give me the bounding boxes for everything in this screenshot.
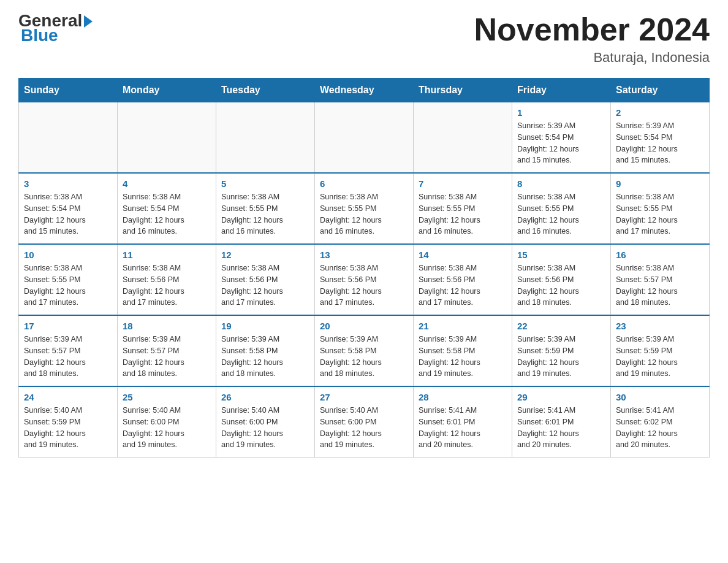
day-info: Sunrise: 5:38 AMSunset: 5:55 PMDaylight:… [24, 262, 112, 308]
day-info: Sunrise: 5:41 AMSunset: 6:02 PMDaylight:… [616, 405, 704, 451]
calendar-cell [216, 102, 315, 174]
calendar-cell: 25Sunrise: 5:40 AMSunset: 6:00 PMDayligh… [118, 386, 216, 458]
calendar-cell: 24Sunrise: 5:40 AMSunset: 5:59 PMDayligh… [19, 386, 118, 458]
day-number: 25 [123, 392, 211, 402]
calendar-cell: 26Sunrise: 5:40 AMSunset: 6:00 PMDayligh… [216, 386, 315, 458]
calendar-cell: 30Sunrise: 5:41 AMSunset: 6:02 PMDayligh… [611, 386, 710, 458]
day-info: Sunrise: 5:39 AMSunset: 5:57 PMDaylight:… [24, 334, 112, 380]
month-title: November 2024 [474, 12, 710, 47]
day-number: 20 [320, 321, 408, 331]
day-info: Sunrise: 5:41 AMSunset: 6:01 PMDaylight:… [419, 405, 507, 451]
calendar-cell [414, 102, 512, 174]
day-number: 10 [24, 250, 112, 260]
day-number: 7 [419, 178, 507, 189]
day-number: 1 [517, 107, 605, 118]
calendar-cell: 16Sunrise: 5:38 AMSunset: 5:57 PMDayligh… [611, 244, 710, 315]
calendar-week-row: 24Sunrise: 5:40 AMSunset: 5:59 PMDayligh… [19, 386, 710, 458]
day-number: 26 [221, 392, 309, 402]
day-number: 21 [419, 321, 507, 331]
day-info: Sunrise: 5:39 AMSunset: 5:59 PMDaylight:… [616, 334, 704, 380]
day-number: 19 [221, 321, 309, 331]
day-number: 3 [24, 178, 112, 189]
calendar-cell: 28Sunrise: 5:41 AMSunset: 6:01 PMDayligh… [414, 386, 512, 458]
day-info: Sunrise: 5:39 AMSunset: 5:59 PMDaylight:… [517, 334, 605, 380]
day-number: 13 [320, 250, 408, 260]
day-number: 4 [123, 178, 211, 189]
location-text: Baturaja, Indonesia [474, 50, 710, 66]
day-info: Sunrise: 5:39 AMSunset: 5:58 PMDaylight:… [320, 334, 408, 380]
day-number: 6 [320, 178, 408, 189]
calendar-cell: 8Sunrise: 5:38 AMSunset: 5:55 PMDaylight… [512, 173, 611, 244]
logo-blue-part [82, 14, 93, 28]
day-info: Sunrise: 5:40 AMSunset: 6:00 PMDaylight:… [221, 405, 309, 451]
day-number: 27 [320, 392, 408, 402]
day-number: 30 [616, 392, 704, 402]
calendar-cell: 29Sunrise: 5:41 AMSunset: 6:01 PMDayligh… [512, 386, 611, 458]
day-number: 28 [419, 392, 507, 402]
day-number: 11 [123, 250, 211, 260]
calendar-cell: 2Sunrise: 5:39 AMSunset: 5:54 PMDaylight… [611, 102, 710, 174]
day-info: Sunrise: 5:38 AMSunset: 5:55 PMDaylight:… [517, 191, 605, 237]
calendar-day-header: Thursday [414, 79, 512, 102]
day-number: 16 [616, 250, 704, 260]
calendar-cell: 10Sunrise: 5:38 AMSunset: 5:55 PMDayligh… [19, 244, 118, 315]
calendar-cell: 12Sunrise: 5:38 AMSunset: 5:56 PMDayligh… [216, 244, 315, 315]
calendar-cell: 6Sunrise: 5:38 AMSunset: 5:55 PMDaylight… [315, 173, 414, 244]
calendar-week-row: 10Sunrise: 5:38 AMSunset: 5:55 PMDayligh… [19, 244, 710, 315]
calendar-day-header: Tuesday [216, 79, 315, 102]
day-info: Sunrise: 5:38 AMSunset: 5:55 PMDaylight:… [616, 191, 704, 237]
calendar-week-row: 17Sunrise: 5:39 AMSunset: 5:57 PMDayligh… [19, 315, 710, 386]
day-info: Sunrise: 5:38 AMSunset: 5:54 PMDaylight:… [24, 191, 112, 237]
day-info: Sunrise: 5:39 AMSunset: 5:58 PMDaylight:… [419, 334, 507, 380]
page-header: General Blue November 2024 Baturaja, Ind… [18, 12, 710, 66]
day-info: Sunrise: 5:38 AMSunset: 5:55 PMDaylight:… [419, 191, 507, 237]
day-info: Sunrise: 5:38 AMSunset: 5:54 PMDaylight:… [123, 191, 211, 237]
day-info: Sunrise: 5:38 AMSunset: 5:56 PMDaylight:… [320, 262, 408, 308]
logo: General Blue [18, 12, 93, 44]
day-info: Sunrise: 5:38 AMSunset: 5:55 PMDaylight:… [221, 191, 309, 237]
logo-blue-text: Blue [21, 27, 58, 44]
calendar-cell [315, 102, 414, 174]
calendar-day-header: Monday [118, 79, 216, 102]
calendar-cell: 7Sunrise: 5:38 AMSunset: 5:55 PMDaylight… [414, 173, 512, 244]
calendar-cell [19, 102, 118, 174]
day-number: 14 [419, 250, 507, 260]
calendar-week-row: 1Sunrise: 5:39 AMSunset: 5:54 PMDaylight… [19, 102, 710, 174]
calendar-cell: 5Sunrise: 5:38 AMSunset: 5:55 PMDaylight… [216, 173, 315, 244]
day-info: Sunrise: 5:38 AMSunset: 5:55 PMDaylight:… [320, 191, 408, 237]
day-number: 23 [616, 321, 704, 331]
day-info: Sunrise: 5:39 AMSunset: 5:54 PMDaylight:… [616, 120, 704, 166]
calendar-cell: 22Sunrise: 5:39 AMSunset: 5:59 PMDayligh… [512, 315, 611, 386]
calendar-header-row: SundayMondayTuesdayWednesdayThursdayFrid… [19, 79, 710, 102]
calendar-table: SundayMondayTuesdayWednesdayThursdayFrid… [18, 78, 710, 458]
calendar-cell: 1Sunrise: 5:39 AMSunset: 5:54 PMDaylight… [512, 102, 611, 174]
calendar-cell: 27Sunrise: 5:40 AMSunset: 6:00 PMDayligh… [315, 386, 414, 458]
day-info: Sunrise: 5:38 AMSunset: 5:56 PMDaylight:… [123, 262, 211, 308]
day-info: Sunrise: 5:40 AMSunset: 6:00 PMDaylight:… [320, 405, 408, 451]
calendar-cell: 20Sunrise: 5:39 AMSunset: 5:58 PMDayligh… [315, 315, 414, 386]
day-number: 8 [517, 178, 605, 189]
day-number: 24 [24, 392, 112, 402]
day-number: 17 [24, 321, 112, 331]
calendar-cell: 15Sunrise: 5:38 AMSunset: 5:56 PMDayligh… [512, 244, 611, 315]
day-info: Sunrise: 5:38 AMSunset: 5:56 PMDaylight:… [419, 262, 507, 308]
calendar-week-row: 3Sunrise: 5:38 AMSunset: 5:54 PMDaylight… [19, 173, 710, 244]
day-info: Sunrise: 5:38 AMSunset: 5:57 PMDaylight:… [616, 262, 704, 308]
calendar-cell: 3Sunrise: 5:38 AMSunset: 5:54 PMDaylight… [19, 173, 118, 244]
day-info: Sunrise: 5:38 AMSunset: 5:56 PMDaylight:… [517, 262, 605, 308]
calendar-cell: 18Sunrise: 5:39 AMSunset: 5:57 PMDayligh… [118, 315, 216, 386]
calendar-cell [118, 102, 216, 174]
calendar-cell: 4Sunrise: 5:38 AMSunset: 5:54 PMDaylight… [118, 173, 216, 244]
calendar-cell: 19Sunrise: 5:39 AMSunset: 5:58 PMDayligh… [216, 315, 315, 386]
day-info: Sunrise: 5:39 AMSunset: 5:58 PMDaylight:… [221, 334, 309, 380]
day-number: 12 [221, 250, 309, 260]
calendar-cell: 21Sunrise: 5:39 AMSunset: 5:58 PMDayligh… [414, 315, 512, 386]
calendar-day-header: Saturday [611, 79, 710, 102]
day-number: 15 [517, 250, 605, 260]
day-info: Sunrise: 5:39 AMSunset: 5:57 PMDaylight:… [123, 334, 211, 380]
calendar-day-header: Wednesday [315, 79, 414, 102]
title-block: November 2024 Baturaja, Indonesia [474, 12, 710, 66]
calendar-cell: 11Sunrise: 5:38 AMSunset: 5:56 PMDayligh… [118, 244, 216, 315]
day-number: 29 [517, 392, 605, 402]
calendar-cell: 13Sunrise: 5:38 AMSunset: 5:56 PMDayligh… [315, 244, 414, 315]
